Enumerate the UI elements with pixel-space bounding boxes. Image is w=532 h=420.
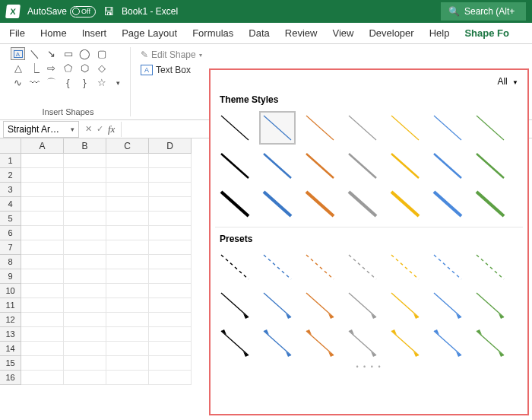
cell[interactable] [149,356,192,371]
tab-formulas[interactable]: Formulas [192,27,233,39]
preset-style-swatch[interactable] [472,250,508,284]
cell[interactable] [21,356,64,371]
cell[interactable] [64,255,106,269]
save-icon[interactable]: 🖫 [103,5,114,18]
row-header[interactable]: 1 [0,154,21,168]
preset-style-swatch[interactable] [217,288,253,322]
row-header[interactable]: 5 [0,212,21,226]
cell[interactable] [64,269,106,284]
row-header[interactable]: 13 [0,327,21,342]
row-header[interactable]: 8 [0,255,21,269]
cell[interactable] [106,240,149,255]
cell[interactable] [64,313,106,327]
preset-style-swatch[interactable] [344,326,381,360]
shape-connector-icon[interactable]: ⌒ [44,76,59,89]
preset-style-swatch[interactable] [429,326,466,360]
row-header[interactable]: 3 [0,183,21,197]
cell[interactable] [64,298,106,313]
shape-brace-left-icon[interactable]: { [61,76,75,89]
column-header[interactable]: D [149,138,192,154]
preset-style-swatch[interactable] [302,288,338,322]
preset-style-swatch[interactable] [472,288,508,322]
preset-style-swatch[interactable] [344,288,381,322]
cell[interactable] [21,154,64,168]
row-header[interactable]: 6 [0,226,21,240]
preset-style-swatch[interactable] [259,326,296,360]
row-header[interactable]: 11 [0,298,21,313]
cell[interactable] [21,284,64,298]
autosave-toggle[interactable]: AutoSave Off [27,6,96,18]
preset-style-swatch[interactable] [302,250,338,284]
theme-style-swatch[interactable] [429,111,466,145]
cancel-icon[interactable]: ✕ [85,124,92,134]
cell[interactable] [149,342,192,356]
cell[interactable] [21,168,64,183]
cell[interactable] [149,240,192,255]
tab-file[interactable]: File [9,27,25,39]
cell[interactable] [106,212,149,226]
cell[interactable] [64,226,106,240]
theme-style-swatch[interactable] [302,149,338,183]
theme-style-swatch[interactable] [344,149,381,183]
cell[interactable] [149,327,192,342]
chevron-down-icon[interactable]: ▾ [71,126,74,133]
cell[interactable] [21,212,64,226]
cell[interactable] [64,342,106,356]
theme-style-swatch[interactable] [259,111,296,145]
cell[interactable] [64,327,106,342]
cell[interactable] [106,327,149,342]
cell[interactable] [21,298,64,313]
cell[interactable] [21,371,64,385]
edit-shape-button[interactable]: ✎ Edit Shape ▾ [138,49,204,61]
cell[interactable] [106,371,149,385]
tab-help[interactable]: Help [429,27,450,39]
column-header[interactable]: C [106,138,149,154]
cell[interactable] [106,269,149,284]
cell[interactable] [21,255,64,269]
shape-curve-icon[interactable]: 〰 [27,76,42,89]
preset-style-swatch[interactable] [217,326,253,360]
cell[interactable] [106,342,149,356]
theme-style-swatch[interactable] [217,187,253,221]
shape-pentagon-icon[interactable]: ⬠ [61,62,75,75]
theme-style-swatch[interactable] [429,187,466,221]
cell[interactable] [149,154,192,168]
cell[interactable] [149,298,192,313]
cell[interactable] [64,197,106,212]
shape-roundrect-icon[interactable]: ▢ [94,47,109,60]
tab-data[interactable]: Data [249,27,269,39]
cell[interactable] [64,356,106,371]
theme-style-swatch[interactable] [217,149,253,183]
column-header[interactable]: B [64,138,106,154]
tab-developer[interactable]: Developer [369,27,413,39]
row-header[interactable]: 15 [0,356,21,371]
cell[interactable] [106,298,149,313]
name-box[interactable]: Straight Ar… ▾ [3,121,79,138]
theme-style-swatch[interactable] [302,111,338,145]
shape-textbox-icon[interactable]: A [11,47,25,60]
cell[interactable] [106,284,149,298]
preset-style-swatch[interactable] [387,288,423,322]
cell[interactable] [106,168,149,183]
theme-style-swatch[interactable] [217,111,253,145]
text-box-button[interactable]: A Text Box [138,64,204,76]
row-header[interactable]: 14 [0,342,21,356]
cell[interactable] [149,255,192,269]
cell[interactable] [149,183,192,197]
shape-freeform-icon[interactable]: ∿ [11,76,25,89]
resize-handle-icon[interactable]: • • • • [215,363,523,371]
cell[interactable] [149,212,192,226]
styles-filter-button[interactable]: All ▼ [497,76,518,87]
theme-style-swatch[interactable] [429,149,466,183]
cell[interactable] [106,226,149,240]
preset-style-swatch[interactable] [259,288,296,322]
theme-style-swatch[interactable] [472,149,508,183]
theme-style-swatch[interactable] [344,111,381,145]
shape-arrow-line-icon[interactable]: ↘ [44,47,59,60]
preset-style-swatch[interactable] [344,250,381,284]
cell[interactable] [64,212,106,226]
row-header[interactable]: 4 [0,197,21,212]
theme-style-swatch[interactable] [387,187,423,221]
cell[interactable] [64,240,106,255]
preset-style-swatch[interactable] [429,250,466,284]
